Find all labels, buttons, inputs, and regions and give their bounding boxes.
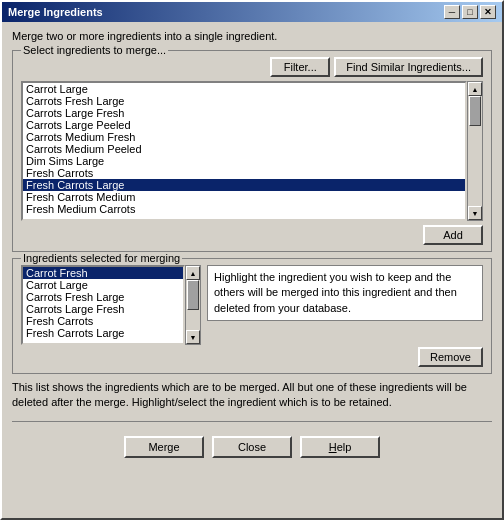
list-scrollbar[interactable]: ▲ ▼ xyxy=(467,81,483,221)
list-item-selected[interactable]: Fresh Carrots Large xyxy=(23,179,465,191)
list-item[interactable]: Carrots Large Peeled xyxy=(23,119,465,131)
filter-button[interactable]: Filter... xyxy=(270,57,330,77)
list-item[interactable]: Carrot Large xyxy=(23,83,465,95)
remove-button[interactable]: Remove xyxy=(418,347,483,367)
title-bar-buttons: ─ □ ✕ xyxy=(444,5,496,19)
window-content: Merge two or more ingredients into a sin… xyxy=(2,22,502,518)
add-row: Add xyxy=(21,225,483,245)
help-label: Help xyxy=(329,441,352,453)
divider xyxy=(12,421,492,422)
merged-group-label: Ingredients selected for merging xyxy=(21,252,182,264)
scroll-thumb[interactable] xyxy=(469,96,481,126)
merged-list-row: Carrot Fresh Carrot Large Carrots Fresh … xyxy=(21,265,483,345)
merged-scroll-track[interactable] xyxy=(186,280,200,330)
ingredients-list-container: Carrot Large Carrots Fresh Large Carrots… xyxy=(21,81,483,221)
subtitle-text: Merge two or more ingredients into a sin… xyxy=(12,30,492,42)
maximize-button[interactable]: □ xyxy=(462,5,478,19)
remove-row: Remove xyxy=(21,347,483,367)
list-item[interactable]: Carrots Medium Fresh xyxy=(23,131,465,143)
help-button[interactable]: Help xyxy=(300,436,380,458)
merged-list-container: Carrot Fresh Carrot Large Carrots Fresh … xyxy=(21,265,201,345)
merged-list-item[interactable]: Carrot Large xyxy=(23,279,183,291)
merged-list-item[interactable]: Fresh Carrots Large xyxy=(23,327,183,339)
bottom-buttons: Merge Close Help xyxy=(12,436,492,458)
hint-box: Highlight the ingredient you wish to kee… xyxy=(207,265,483,321)
scroll-down-arrow[interactable]: ▼ xyxy=(468,206,482,220)
merged-group-box: Ingredients selected for merging Carrot … xyxy=(12,258,492,374)
list-item[interactable]: Fresh Carrots Medium xyxy=(23,191,465,203)
note-text: This list shows the ingredients which ar… xyxy=(12,380,492,411)
merged-scroll-down[interactable]: ▼ xyxy=(186,330,200,344)
close-dialog-button[interactable]: Close xyxy=(212,436,292,458)
merged-list[interactable]: Carrot Fresh Carrot Large Carrots Fresh … xyxy=(21,265,185,345)
merged-scroll-thumb[interactable] xyxy=(187,280,199,310)
find-similar-button[interactable]: Find Similar Ingredients... xyxy=(334,57,483,77)
merged-list-item[interactable]: Carrots Fresh Large xyxy=(23,291,183,303)
list-item[interactable]: Dim Sims Large xyxy=(23,155,465,167)
merged-list-item[interactable]: Fresh Carrots xyxy=(23,315,183,327)
list-item[interactable]: Fresh Medium Carrots xyxy=(23,203,465,215)
top-buttons: Filter... Find Similar Ingredients... xyxy=(21,57,483,77)
select-group-label: Select ingredients to merge... xyxy=(21,44,168,56)
list-item[interactable]: Fresh Carrots xyxy=(23,167,465,179)
scroll-track[interactable] xyxy=(468,96,482,206)
main-window: Merge Ingredients ─ □ ✕ Merge two or mor… xyxy=(0,0,504,520)
merged-list-item[interactable]: Carrots Large Fresh xyxy=(23,303,183,315)
merge-label: Merge xyxy=(148,441,179,453)
ingredients-list[interactable]: Carrot Large Carrots Fresh Large Carrots… xyxy=(21,81,467,221)
scroll-up-arrow[interactable]: ▲ xyxy=(468,82,482,96)
merged-list-scrollbar[interactable]: ▲ ▼ xyxy=(185,265,201,345)
close-label: Close xyxy=(238,441,266,453)
select-group-box: Select ingredients to merge... Filter...… xyxy=(12,50,492,252)
list-item[interactable]: Carrots Medium Peeled xyxy=(23,143,465,155)
list-item[interactable]: Carrots Fresh Large xyxy=(23,95,465,107)
list-item[interactable]: Carrots Large Fresh xyxy=(23,107,465,119)
merge-button[interactable]: Merge xyxy=(124,436,204,458)
minimize-button[interactable]: ─ xyxy=(444,5,460,19)
window-title: Merge Ingredients xyxy=(8,6,103,18)
title-bar: Merge Ingredients ─ □ ✕ xyxy=(2,2,502,22)
merged-list-item-selected[interactable]: Carrot Fresh xyxy=(23,267,183,279)
merged-scroll-up[interactable]: ▲ xyxy=(186,266,200,280)
add-button[interactable]: Add xyxy=(423,225,483,245)
close-button[interactable]: ✕ xyxy=(480,5,496,19)
